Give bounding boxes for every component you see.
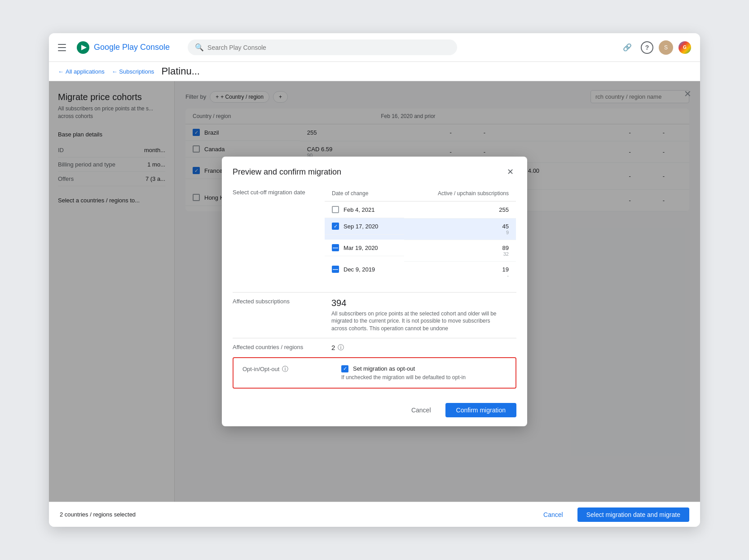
modal-cancel-button[interactable]: Cancel	[402, 403, 440, 417]
modal-confirm-button[interactable]: Confirm migration	[445, 403, 516, 417]
affected-subscriptions-detail: 394 All subscribers on price points at t…	[331, 298, 502, 332]
modal-overlay: ✕ Preview and confirm migration ✕ Select…	[49, 81, 700, 502]
breadcrumb[interactable]: ← Subscriptions	[112, 68, 154, 75]
affected-subscriptions-label: Affected subscriptions	[233, 298, 313, 305]
back-all-apps-btn[interactable]: ← All applications	[58, 68, 105, 75]
optin-sub: If unchecked the migration will be defau…	[341, 374, 466, 381]
sub-header: ← All applications ← Subscriptions Plati…	[49, 62, 700, 81]
modal-footer: Cancel Confirm migration	[222, 398, 527, 426]
active-col-header: Active / upchain subscriptions	[404, 186, 516, 201]
date-row-sep2020: ✓ Sep 17, 2020 45 9	[325, 218, 516, 240]
feb2021-checkbox[interactable]	[332, 206, 339, 213]
date-row-mar2020: — Mar 19, 2020 89 32	[325, 240, 516, 261]
outer-close-button[interactable]: ✕	[680, 87, 695, 101]
optin-box: Opt-in/Opt-out ⓘ ✓ Set migration as opt-…	[233, 357, 516, 389]
play-logo-icon	[76, 40, 90, 55]
top-bar-actions: 🔗 ? S G	[619, 39, 691, 56]
avatar[interactable]: S	[659, 40, 673, 55]
regions-info-icon[interactable]: ⓘ	[338, 344, 344, 352]
modal-body: Select cut-off migration date Date of ch…	[222, 185, 527, 389]
cancel-button[interactable]: Cancel	[534, 508, 572, 522]
bottom-bar: 2 countries / regions selected Cancel Se…	[49, 502, 700, 527]
cutoff-section: Select cut-off migration date Date of ch…	[233, 185, 516, 283]
top-bar: Google Play Console 🔍 🔗 ? S G	[49, 33, 700, 62]
cutoff-label: Select cut-off migration date	[233, 185, 313, 196]
modal-title: Preview and confirm migration	[233, 167, 341, 177]
select-migrate-button[interactable]: Select migration date and migrate	[577, 508, 689, 522]
affected-regions-label: Affected countries / regions	[233, 344, 313, 350]
date-row-dec2019: — Dec 9, 2019 19 -	[325, 261, 516, 283]
affected-subscriptions-row: Affected subscriptions 394 All subscribe…	[233, 292, 516, 338]
hamburger-menu-icon[interactable]	[58, 42, 69, 53]
dec2019-active: 19 -	[404, 261, 516, 283]
date-table-wrapper: Date of change Active / upchain subscrip…	[324, 185, 516, 283]
sep2020-active: 45 9	[404, 218, 516, 240]
sep2020-checkbox[interactable]: ✓	[332, 223, 339, 230]
affected-regions-value: 2 ⓘ	[331, 344, 344, 352]
main-content: Migrate price cohorts All subscribers on…	[49, 81, 700, 502]
optin-text: Set migration as opt-out	[353, 365, 415, 372]
modal-close-button[interactable]: ✕	[504, 166, 516, 178]
mar2020-checkbox[interactable]: —	[332, 244, 339, 251]
selected-count-label: 2 countries / regions selected	[60, 511, 529, 518]
optin-check-row: ✓ Set migration as opt-out	[341, 365, 415, 372]
migration-modal: Preview and confirm migration ✕ Select c…	[222, 157, 527, 426]
optin-checkbox[interactable]: ✓	[341, 365, 348, 372]
date-row-feb2021: Feb 4, 2021 255	[325, 201, 516, 219]
date-col-header: Date of change	[325, 186, 405, 201]
page-title: Platinu...	[161, 66, 200, 77]
modal-header: Preview and confirm migration ✕	[222, 157, 527, 178]
affected-subscriptions-value: 394	[331, 298, 502, 308]
affected-subscriptions-desc: All subscribers on price points at the s…	[331, 310, 502, 332]
search-icon: 🔍	[195, 43, 204, 52]
search-input[interactable]	[207, 44, 450, 51]
help-icon-btn[interactable]: ?	[641, 41, 653, 54]
affected-regions-row: Affected countries / regions 2 ⓘ	[233, 338, 516, 357]
date-table: Date of change Active / upchain subscrip…	[324, 185, 516, 283]
search-bar[interactable]: 🔍	[188, 39, 457, 55]
mar2020-active: 89 32	[404, 240, 516, 261]
optin-right: ✓ Set migration as opt-out If unchecked …	[341, 365, 466, 381]
back-icon: ←	[58, 68, 64, 75]
google-icon: G	[679, 41, 691, 54]
feb2021-active: 255	[404, 201, 516, 219]
link-icon-btn[interactable]: 🔗	[619, 39, 635, 56]
logo-area: Google Play Console	[76, 40, 170, 55]
dec2019-checkbox[interactable]: —	[332, 266, 339, 273]
app-title: Google Play Console	[94, 43, 170, 52]
optin-label: Opt-in/Opt-out ⓘ	[242, 365, 323, 373]
optin-info-icon[interactable]: ⓘ	[282, 365, 288, 373]
